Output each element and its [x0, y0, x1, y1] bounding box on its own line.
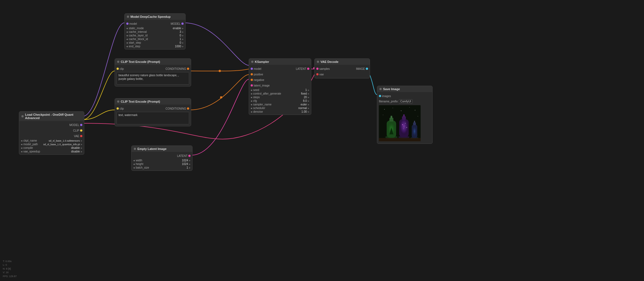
clip-text-positive-header: CLIP Text Encode (Prompt)	[115, 59, 191, 65]
svg-rect-22	[403, 114, 405, 117]
clip-in-port-neg: clip CONDITIONING	[115, 106, 191, 111]
node-status-dot	[117, 61, 119, 63]
compile-row[interactable]: ◄ compile disable ►	[19, 146, 84, 150]
empty-latent-header: Empty Latent Image	[132, 146, 192, 152]
svg-point-4	[220, 96, 222, 98]
svg-rect-23	[399, 119, 409, 137]
samples-in-dot	[316, 68, 319, 70]
clip-text-negative-body: clip CONDITIONING text, watermark	[115, 105, 191, 126]
conditioning-out-dot	[187, 68, 189, 70]
node-status-dot	[127, 16, 129, 18]
model-out-dot	[80, 124, 82, 126]
status-bar: T: 0.00s L: 0 N: 8 [8] V: 16 FPS: 129.87	[3, 260, 17, 278]
status-n: N: 8 [8]	[3, 267, 17, 271]
node-status-dot	[134, 148, 136, 150]
ksampler-title: KSampler	[255, 60, 269, 63]
model-in-port-ks: model LATENT	[249, 66, 311, 72]
vae-in-dot	[316, 73, 319, 75]
clip-text-positive-body: clip CONDITIONING beautiful scenery natu…	[115, 65, 191, 86]
positive-prompt-text[interactable]: beautiful scenery nature glass bottle la…	[117, 72, 189, 85]
denoise-row[interactable]: ◄ denoise 1.00 ►	[249, 110, 311, 114]
node-status-dot	[117, 100, 119, 103]
vae-in-port: vae	[315, 72, 370, 77]
clip-out-port: CLIP	[19, 128, 84, 133]
positive-in-port: positive	[249, 72, 311, 77]
ckpt-name-row[interactable]: ◄ ckpt_name sd_xl_base_1.0.safetensors ►	[19, 139, 84, 142]
empty-latent-title: Empty Latent Image	[137, 147, 167, 151]
model-out-dot	[181, 23, 184, 25]
batch-size-row[interactable]: ◄ batch_size 1 ►	[132, 166, 192, 169]
status-v: V: 16	[3, 271, 17, 275]
node-status-dot	[21, 115, 24, 117]
negative-in-port: negative	[249, 77, 311, 83]
svg-point-10	[415, 110, 415, 110]
model-deepcache-node: Model DeepCache Speedup model MODEL ◄ st…	[124, 13, 186, 50]
latent-out-dot-ks	[307, 68, 309, 70]
svg-point-27	[406, 127, 407, 128]
negative-prompt-text[interactable]: text, watermark	[117, 112, 189, 124]
samples-in-port: samples IMAGE	[315, 66, 370, 72]
svg-point-6	[384, 109, 385, 110]
node-status-dot	[317, 61, 319, 63]
status-time: T: 0.00s	[3, 260, 17, 263]
model-out-port: MODEL	[19, 122, 84, 128]
vae-speedup-row[interactable]: ◄ vae_speedup disable ►	[19, 150, 84, 153]
filename-prefix-value[interactable]: ComfyUI	[399, 99, 413, 103]
latent-in-dot	[251, 84, 253, 87]
empty-latent-node: Empty Latent Image LATENT ◄ width 1024 ►…	[131, 146, 193, 171]
model-path-row[interactable]: ◄ model_path sd_xl_base_1.0_quantize_inf…	[19, 142, 84, 146]
scheduler-row[interactable]: ◄ scheduler normal ►	[249, 106, 311, 110]
svg-point-25	[405, 123, 406, 124]
end-step-row[interactable]: ◄ end_step 1000 ►	[125, 45, 185, 48]
load-checkpoint-title: Load Checkpoint - OneDiff Quant Advanced	[25, 113, 82, 120]
latent-in-port: latent_image	[249, 83, 311, 88]
control-after-generate-row[interactable]: ◄ control_after_generate fixed ►	[249, 92, 311, 95]
seed-row[interactable]: ◄ seed 1 ►	[249, 88, 311, 92]
static-mode-row[interactable]: ◄ static_mode enable ►	[125, 26, 185, 30]
load-checkpoint-body: MODEL CLIP VAE ◄ ckpt_name sd_xl_base_1.…	[19, 121, 84, 154]
positive-in-dot	[251, 73, 253, 75]
image-preview	[379, 105, 421, 141]
sampler-name-row[interactable]: ◄ sampler_name euler ►	[249, 103, 311, 106]
steps-row[interactable]: ◄ steps 20 ►	[249, 95, 311, 99]
image-preview-content	[379, 105, 421, 141]
svg-point-7	[393, 108, 393, 108]
images-in-dot	[379, 95, 381, 97]
save-image-body: images filename_prefix ComfyUI	[377, 92, 432, 144]
svg-rect-16	[391, 116, 392, 119]
negative-in-dot	[251, 79, 253, 81]
svg-point-3	[219, 70, 221, 72]
clip-text-positive-title: CLIP Text Encode (Prompt)	[121, 60, 160, 63]
clip-in-dot-neg	[117, 107, 119, 110]
conditioning-out-dot-neg	[187, 107, 189, 110]
clip-text-negative-header: CLIP Text Encode (Prompt)	[115, 98, 191, 105]
vae-out-port: VAE	[19, 133, 84, 139]
height-row[interactable]: ◄ height 1024 ►	[132, 162, 192, 166]
ksampler-node: KSampler model LATENT positive negative	[249, 58, 311, 115]
clip-text-negative-node: CLIP Text Encode (Prompt) clip CONDITION…	[115, 98, 191, 126]
vae-out-dot	[80, 135, 82, 137]
cache-layer-id-row[interactable]: ◄ cache_layer_id 0 ►	[125, 34, 185, 37]
clip-text-negative-title: CLIP Text Encode (Prompt)	[121, 100, 160, 103]
start-step-row[interactable]: ◄ start_step 0 ►	[125, 41, 185, 45]
model-in-dot	[126, 23, 129, 25]
load-checkpoint-header: Load Checkpoint - OneDiff Quant Advanced	[19, 112, 84, 121]
filename-prefix-row: filename_prefix ComfyUI	[377, 99, 432, 104]
svg-point-26	[403, 129, 404, 129]
model-deepcache-body: model MODEL ◄ static_mode enable ► ◄ cac…	[125, 20, 185, 49]
save-image-header: Save Image	[377, 86, 432, 92]
vae-decode-header: VAE Decode	[315, 59, 370, 65]
cache-block-id-row[interactable]: ◄ cache_block_id 1 ►	[125, 37, 185, 41]
latent-out-dot	[188, 155, 191, 157]
width-row[interactable]: ◄ width 1024 ►	[132, 159, 192, 162]
ksampler-body: model LATENT positive negative latent_im…	[249, 65, 311, 115]
cache-interval-row[interactable]: ◄ cache_interval 3 ►	[125, 30, 185, 34]
svg-point-12	[418, 116, 418, 117]
svg-point-9	[409, 107, 410, 108]
load-checkpoint-node: Load Checkpoint - OneDiff Quant Advanced…	[19, 111, 84, 155]
model-deepcache-header: Model DeepCache Speedup	[125, 14, 185, 20]
model-in-port: model MODEL	[125, 21, 185, 26]
image-out-dot	[366, 68, 368, 70]
ksampler-header: KSampler	[249, 59, 311, 65]
cfg-row[interactable]: ◄ cfg 8.0 ►	[249, 99, 311, 103]
